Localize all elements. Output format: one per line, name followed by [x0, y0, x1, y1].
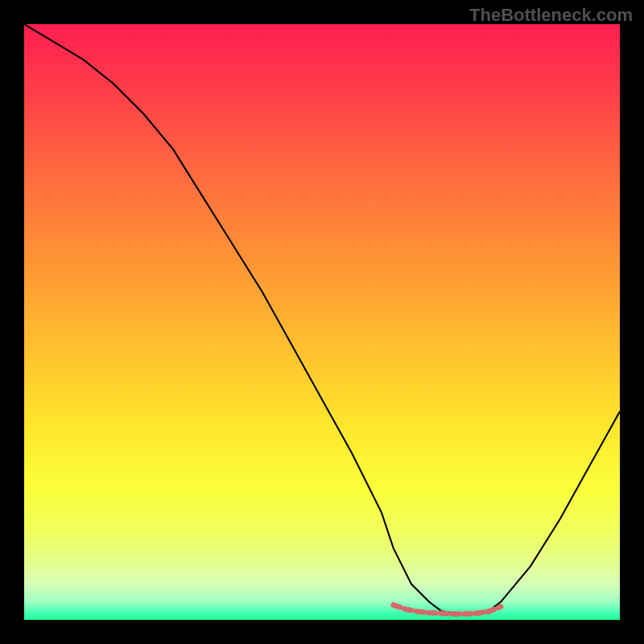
watermark-text: TheBottleneck.com [469, 5, 633, 26]
bottleneck-curve-path [24, 24, 620, 614]
optimal-band-path [394, 605, 501, 614]
chart-plot-area [24, 24, 620, 620]
chart-svg [24, 24, 620, 620]
